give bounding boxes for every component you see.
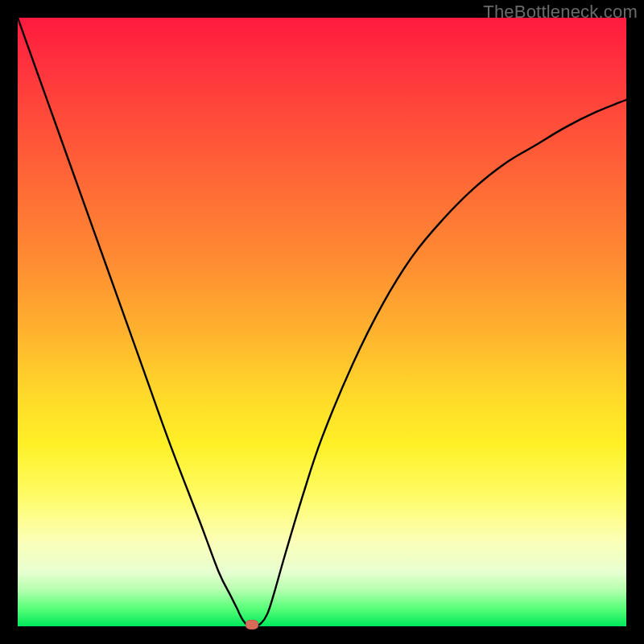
plot-area <box>18 18 626 626</box>
optimum-marker <box>246 620 258 630</box>
bottleneck-curve <box>18 18 626 626</box>
chart-frame: TheBottleneck.com <box>0 0 644 644</box>
